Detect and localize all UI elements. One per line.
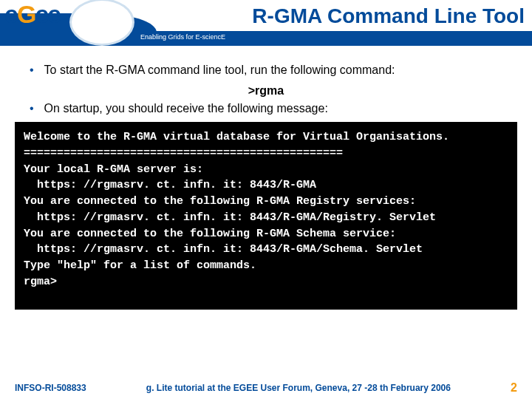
logo-part-ee: ee [35,0,60,29]
bullet-1-text: To start the R-GMA command line tool, ru… [44,62,395,78]
footer-page-number: 2 [511,381,517,395]
tagline: Enabling Grids for E-sciencE [140,33,225,41]
slide-header: eGee R-GMA Command Line Tool Enabling Gr… [0,0,532,52]
footer: INFSO-RI-508833 g. Lite tutorial at the … [0,381,532,395]
terminal-output: Welcome to the R-GMA virtual database fo… [15,122,517,310]
page-title: R-GMA Command Line Tool [155,4,525,28]
bullet-dot-icon: • [30,62,34,78]
content-area: • To start the R-GMA command line tool, … [0,52,532,116]
footer-center: g. Lite tutorial at the EGEE User Forum,… [86,383,511,393]
logo-part-e: e [4,0,17,29]
bullet-dot-icon: • [30,100,34,117]
footer-left: INFSO-RI-508833 [15,383,86,393]
command-text: >rgma [22,84,510,98]
logo-part-g: G [17,0,35,29]
bullet-1: • To start the R-GMA command line tool, … [22,62,510,78]
egee-logo: eGee [4,0,60,29]
logo-circle [69,0,134,46]
bullet-2-text: On startup, you should receive the follo… [44,100,328,117]
bullet-2: • On startup, you should receive the fol… [22,100,510,117]
